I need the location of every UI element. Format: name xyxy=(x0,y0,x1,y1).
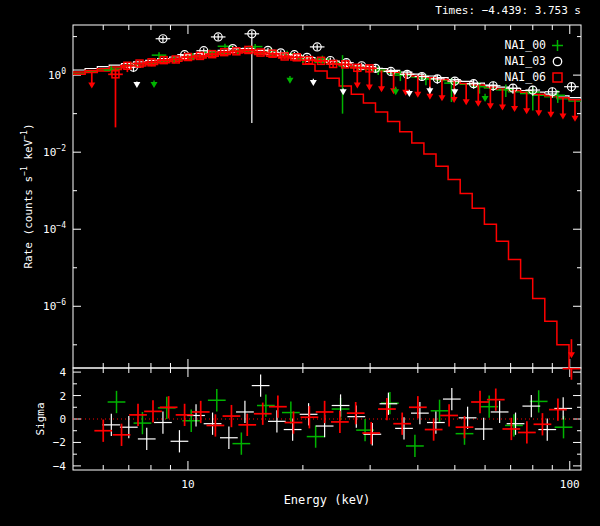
y-axis-label-sigma: Sigma xyxy=(34,402,47,435)
residuals-panel xyxy=(73,357,581,457)
upper-limits-nai06 xyxy=(88,67,578,358)
legend: NAI_00 NAI_03 NAI_06 xyxy=(504,38,563,84)
spectral-fit-window: Times: −4.439: 3.753 s Energy (keV) Rate… xyxy=(0,0,600,526)
count-spectrum-plot: Times: −4.439: 3.753 s Energy (keV) Rate… xyxy=(0,0,600,526)
data-points-nai06 xyxy=(108,46,377,127)
y-tick-label: 100 xyxy=(48,67,66,82)
legend-item-nai03: NAI_03 xyxy=(504,54,561,68)
axes-and-ticks: 1010010010−210−410−6420−2−4 xyxy=(43,25,581,491)
time-interval-label: Times: −4.439: 3.753 s xyxy=(435,4,581,17)
legend-label-nai00: NAI_00 xyxy=(504,38,546,52)
residuals-nai03 xyxy=(102,374,572,452)
model-histogram-nai06-cutoff xyxy=(73,53,581,370)
legend-label-nai06: NAI_06 xyxy=(504,70,546,84)
circle-marker-icon xyxy=(553,57,561,65)
square-marker-icon xyxy=(553,73,562,82)
sigma-tick-label: −4 xyxy=(53,460,67,473)
legend-item-nai06: NAI_06 xyxy=(504,70,562,84)
y-tick-label: 10−4 xyxy=(43,221,66,236)
y-tick-label: 10−2 xyxy=(43,144,66,159)
sigma-tick-label: 4 xyxy=(59,366,66,379)
legend-item-nai00: NAI_00 xyxy=(504,38,563,52)
y-axis-label-rate: Rate (counts s−1 keV−1) xyxy=(20,123,35,268)
y-tick-label: 10−6 xyxy=(43,298,66,313)
sigma-tick-label: 0 xyxy=(59,413,66,426)
x-axis-label: Energy (keV) xyxy=(284,493,371,507)
plus-marker-icon xyxy=(552,40,563,51)
sigma-tick-label: −2 xyxy=(53,436,66,449)
sigma-tick-label: 2 xyxy=(59,390,66,403)
upper-limits-nai03 xyxy=(133,79,458,97)
legend-label-nai03: NAI_03 xyxy=(504,54,546,68)
x-tick-label: 100 xyxy=(560,478,580,491)
x-tick-label: 10 xyxy=(181,478,194,491)
